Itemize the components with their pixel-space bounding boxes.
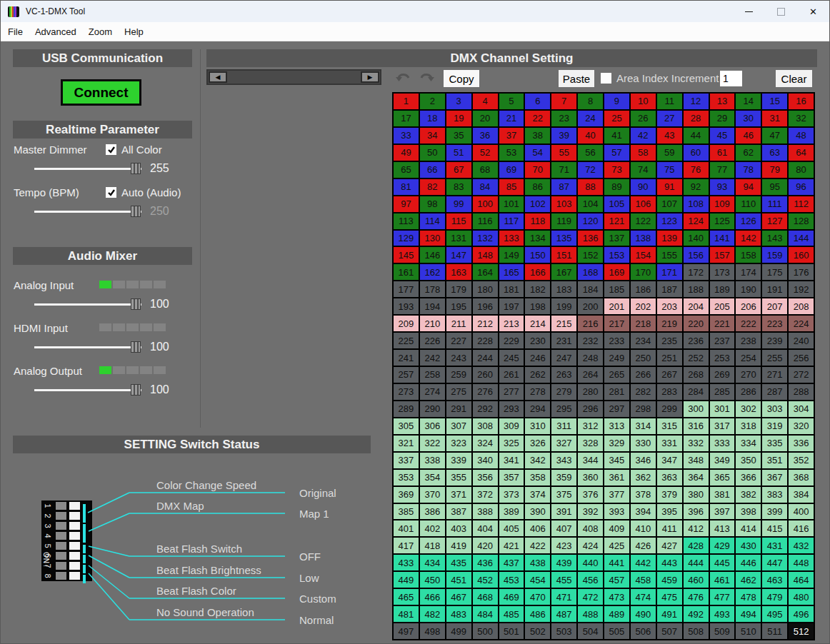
dmx-channel-cell[interactable]: 456 — [578, 572, 603, 588]
dmx-channel-cell[interactable]: 466 — [420, 589, 445, 605]
dmx-channel-cell[interactable]: 306 — [420, 418, 445, 434]
undo-button[interactable] — [395, 71, 412, 84]
dmx-channel-cell[interactable]: 90 — [631, 179, 656, 195]
dmx-channel-cell[interactable]: 379 — [657, 487, 682, 503]
menu-item-help[interactable]: Help — [124, 26, 144, 37]
dmx-channel-cell[interactable]: 183 — [551, 281, 576, 297]
menu-item-zoom[interactable]: Zoom — [89, 26, 112, 37]
dmx-channel-cell[interactable]: 407 — [551, 520, 576, 536]
dmx-channel-cell[interactable]: 44 — [684, 128, 709, 144]
dmx-channel-cell[interactable]: 286 — [736, 384, 761, 400]
dmx-channel-cell[interactable]: 470 — [525, 589, 550, 605]
dmx-channel-cell[interactable]: 180 — [473, 281, 498, 297]
dmx-channel-cell[interactable]: 382 — [736, 487, 761, 503]
dmx-channel-cell[interactable]: 507 — [657, 623, 682, 639]
dmx-channel-cell[interactable]: 315 — [657, 418, 682, 434]
master-dimmer-slider-handle[interactable] — [131, 163, 141, 174]
dmx-channel-cell[interactable]: 337 — [394, 453, 419, 468]
dmx-channel-cell[interactable]: 136 — [578, 231, 603, 246]
dmx-channel-cell[interactable]: 331 — [657, 436, 682, 451]
dmx-channel-cell[interactable]: 252 — [684, 350, 709, 366]
clear-button[interactable]: Clear — [776, 70, 812, 87]
dmx-channel-cell[interactable]: 196 — [473, 298, 498, 314]
dmx-channel-cell[interactable]: 451 — [446, 572, 471, 588]
dmx-channel-cell[interactable]: 384 — [789, 487, 814, 503]
dmx-channel-cell[interactable]: 273 — [394, 384, 419, 400]
dmx-channel-cell[interactable]: 442 — [631, 555, 656, 570]
dmx-channel-cell[interactable]: 483 — [446, 606, 471, 622]
dmx-channel-cell[interactable]: 472 — [578, 589, 603, 605]
dmx-channel-cell[interactable]: 56 — [578, 145, 603, 161]
dmx-channel-cell[interactable]: 82 — [420, 179, 445, 195]
menu-item-file[interactable]: File — [8, 26, 23, 37]
dmx-channel-cell[interactable]: 388 — [473, 504, 498, 520]
dmx-channel-cell[interactable]: 73 — [604, 162, 629, 178]
dmx-channel-cell[interactable]: 31 — [762, 111, 787, 126]
dmx-channel-cell[interactable]: 457 — [604, 572, 629, 588]
dmx-channel-cell[interactable]: 444 — [684, 555, 709, 570]
dmx-channel-cell[interactable]: 210 — [420, 316, 445, 331]
dmx-channel-cell[interactable]: 98 — [420, 196, 445, 212]
dmx-channel-cell[interactable]: 67 — [446, 162, 471, 178]
dmx-channel-cell[interactable]: 249 — [604, 350, 629, 366]
dmx-channel-cell[interactable]: 487 — [551, 606, 576, 622]
dmx-channel-cell[interactable]: 237 — [710, 333, 735, 348]
dmx-channel-cell[interactable]: 32 — [789, 111, 814, 126]
dmx-channel-cell[interactable]: 116 — [473, 213, 498, 229]
dmx-channel-cell[interactable]: 120 — [578, 213, 603, 229]
dmx-channel-cell[interactable]: 159 — [762, 247, 787, 263]
dmx-channel-cell[interactable]: 299 — [657, 401, 682, 417]
dmx-channel-cell[interactable]: 413 — [710, 520, 735, 536]
dmx-channel-cell[interactable]: 488 — [578, 606, 603, 622]
dmx-channel-cell[interactable]: 371 — [446, 487, 471, 503]
dmx-channel-cell[interactable]: 362 — [631, 470, 656, 485]
dmx-channel-cell[interactable]: 235 — [657, 333, 682, 348]
dmx-channel-cell[interactable]: 42 — [631, 128, 656, 144]
dmx-channel-cell[interactable]: 229 — [499, 333, 524, 348]
dmx-channel-cell[interactable]: 278 — [525, 384, 550, 400]
dmx-channel-cell[interactable]: 83 — [446, 179, 471, 195]
dmx-channel-cell[interactable]: 387 — [446, 504, 471, 520]
dmx-channel-cell[interactable]: 215 — [551, 316, 576, 331]
dmx-channel-cell[interactable]: 238 — [736, 333, 761, 348]
dmx-channel-cell[interactable]: 62 — [736, 145, 761, 161]
dmx-channel-cell[interactable]: 27 — [657, 111, 682, 126]
dmx-channel-cell[interactable]: 482 — [420, 606, 445, 622]
dmx-channel-cell[interactable]: 297 — [604, 401, 629, 417]
dmx-channel-cell[interactable]: 202 — [631, 298, 656, 314]
analog-input-slider[interactable] — [34, 303, 141, 306]
dmx-channel-cell[interactable]: 166 — [525, 264, 550, 280]
dmx-channel-cell[interactable]: 469 — [499, 589, 524, 605]
dmx-channel-cell[interactable]: 167 — [551, 264, 576, 280]
dmx-channel-cell[interactable]: 219 — [657, 316, 682, 331]
dmx-channel-cell[interactable]: 300 — [684, 401, 709, 417]
dmx-channel-cell[interactable]: 295 — [551, 401, 576, 417]
dmx-channel-cell[interactable]: 25 — [604, 111, 629, 126]
dmx-channel-cell[interactable]: 87 — [551, 179, 576, 195]
dmx-channel-cell[interactable]: 13 — [710, 94, 735, 109]
dmx-channel-cell[interactable]: 220 — [684, 316, 709, 331]
dmx-channel-cell[interactable]: 37 — [499, 128, 524, 144]
dmx-channel-cell[interactable]: 246 — [525, 350, 550, 366]
dmx-channel-cell[interactable]: 322 — [420, 436, 445, 451]
dmx-channel-cell[interactable]: 285 — [710, 384, 735, 400]
dmx-channel-cell[interactable]: 109 — [710, 196, 735, 212]
dmx-channel-cell[interactable]: 499 — [446, 623, 471, 639]
dmx-channel-cell[interactable]: 50 — [420, 145, 445, 161]
dmx-channel-cell[interactable]: 334 — [736, 436, 761, 451]
dmx-channel-cell[interactable]: 115 — [446, 213, 471, 229]
dmx-channel-cell[interactable]: 80 — [789, 162, 814, 178]
dmx-channel-cell[interactable]: 356 — [473, 470, 498, 485]
dmx-channel-cell[interactable]: 433 — [394, 555, 419, 570]
dmx-channel-cell[interactable]: 380 — [684, 487, 709, 503]
dmx-channel-cell[interactable]: 318 — [736, 418, 761, 434]
dmx-channel-cell[interactable]: 350 — [736, 453, 761, 468]
dmx-channel-cell[interactable]: 324 — [473, 436, 498, 451]
dmx-channel-cell[interactable]: 93 — [710, 179, 735, 195]
dmx-channel-cell[interactable]: 327 — [551, 436, 576, 451]
dmx-channel-cell[interactable]: 253 — [710, 350, 735, 366]
dmx-channel-cell[interactable]: 500 — [473, 623, 498, 639]
dmx-channel-cell[interactable]: 338 — [420, 453, 445, 468]
dmx-channel-cell[interactable]: 117 — [499, 213, 524, 229]
dmx-channel-cell[interactable]: 256 — [789, 350, 814, 366]
